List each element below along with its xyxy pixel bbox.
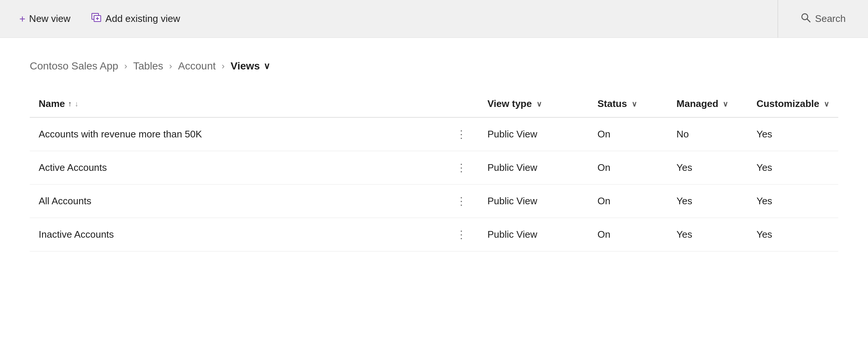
breadcrumb-sep-1: › xyxy=(124,61,127,71)
cell-customizable-0: Yes xyxy=(748,117,838,151)
cell-menu-1[interactable]: ⋮ xyxy=(444,151,478,185)
search-label: Search xyxy=(815,13,846,25)
table-body: Accounts with revenue more than 50K ⋮ Pu… xyxy=(30,117,838,251)
col-status-label: Status xyxy=(597,98,627,110)
col-header-name[interactable]: Name ↑ ↓ xyxy=(30,91,444,117)
row-menu-dots-1[interactable]: ⋮ xyxy=(453,160,470,175)
cell-status-0: On xyxy=(588,117,668,151)
search-icon xyxy=(800,12,811,25)
breadcrumb-sep-3: › xyxy=(222,61,225,71)
main-content: Contoso Sales App › Tables › Account › V… xyxy=(0,38,868,348)
cell-menu-2[interactable]: ⋮ xyxy=(444,185,478,218)
cell-menu-0[interactable]: ⋮ xyxy=(444,117,478,151)
add-existing-icon xyxy=(91,13,102,25)
cell-customizable-2: Yes xyxy=(748,185,838,218)
cell-managed-1: Yes xyxy=(668,151,748,185)
table-row: Inactive Accounts ⋮ Public View On Yes Y… xyxy=(30,218,838,251)
search-area[interactable]: Search xyxy=(793,9,853,28)
col-header-managed[interactable]: Managed ∨ xyxy=(668,91,748,117)
breadcrumb-current-label: Views xyxy=(230,60,260,72)
cell-status-3: On xyxy=(588,218,668,251)
col-viewtype-label: View type xyxy=(487,98,532,110)
table-row: Accounts with revenue more than 50K ⋮ Pu… xyxy=(30,117,838,151)
cell-managed-2: Yes xyxy=(668,185,748,218)
cell-status-2: On xyxy=(588,185,668,218)
cell-managed-0: No xyxy=(668,117,748,151)
col-header-viewtype[interactable]: View type ∨ xyxy=(478,91,588,117)
breadcrumb-sep-2: › xyxy=(169,61,172,71)
cell-name-0: Accounts with revenue more than 50K xyxy=(30,117,444,151)
breadcrumb: Contoso Sales App › Tables › Account › V… xyxy=(30,60,838,72)
table-header: Name ↑ ↓ View type ∨ Status ∨ xyxy=(30,91,838,117)
row-menu-dots-3[interactable]: ⋮ xyxy=(453,227,470,242)
managed-chevron-icon: ∨ xyxy=(723,100,728,108)
breadcrumb-account[interactable]: Account xyxy=(178,60,216,72)
sort-down-icon: ↓ xyxy=(75,100,78,108)
cell-menu-3[interactable]: ⋮ xyxy=(444,218,478,251)
svg-line-5 xyxy=(807,19,810,22)
customizable-chevron-icon: ∨ xyxy=(824,100,829,108)
cell-viewtype-0: Public View xyxy=(478,117,588,151)
table-row: All Accounts ⋮ Public View On Yes Yes xyxy=(30,185,838,218)
sort-up-icon: ↑ xyxy=(68,100,72,108)
toolbar-right: Search xyxy=(778,0,853,38)
breadcrumb-tables[interactable]: Tables xyxy=(133,60,163,72)
add-existing-view-button[interactable]: Add existing view xyxy=(87,10,185,27)
col-header-status[interactable]: Status ∨ xyxy=(588,91,668,117)
cell-customizable-3: Yes xyxy=(748,218,838,251)
row-menu-dots-2[interactable]: ⋮ xyxy=(453,194,470,208)
toolbar-left: + New view Add existing view xyxy=(15,10,185,28)
cell-name-1: Active Accounts xyxy=(30,151,444,185)
new-view-button[interactable]: + New view xyxy=(15,10,75,28)
table-row: Active Accounts ⋮ Public View On Yes Yes xyxy=(30,151,838,185)
cell-managed-3: Yes xyxy=(668,218,748,251)
breadcrumb-app[interactable]: Contoso Sales App xyxy=(30,60,118,72)
col-header-customizable[interactable]: Customizable ∨ xyxy=(748,91,838,117)
header-row: Name ↑ ↓ View type ∨ Status ∨ xyxy=(30,91,838,117)
status-chevron-icon: ∨ xyxy=(632,100,637,108)
col-customizable-label: Customizable xyxy=(756,98,819,110)
row-menu-dots-0[interactable]: ⋮ xyxy=(453,127,470,142)
cell-status-1: On xyxy=(588,151,668,185)
col-managed-label: Managed xyxy=(677,98,719,110)
plus-icon: + xyxy=(19,13,25,25)
viewtype-chevron-icon: ∨ xyxy=(536,100,542,108)
col-name-label: Name xyxy=(39,98,65,110)
cell-viewtype-3: Public View xyxy=(478,218,588,251)
cell-viewtype-1: Public View xyxy=(478,151,588,185)
col-header-menu xyxy=(444,91,478,117)
toolbar: + New view Add existing view xyxy=(0,0,868,38)
breadcrumb-current[interactable]: Views ∨ xyxy=(230,60,270,72)
views-table: Name ↑ ↓ View type ∨ Status ∨ xyxy=(30,91,838,251)
cell-viewtype-2: Public View xyxy=(478,185,588,218)
chevron-down-icon: ∨ xyxy=(264,61,270,71)
cell-name-3: Inactive Accounts xyxy=(30,218,444,251)
cell-name-2: All Accounts xyxy=(30,185,444,218)
new-view-label: New view xyxy=(29,13,70,25)
add-existing-label: Add existing view xyxy=(106,13,180,25)
cell-customizable-1: Yes xyxy=(748,151,838,185)
